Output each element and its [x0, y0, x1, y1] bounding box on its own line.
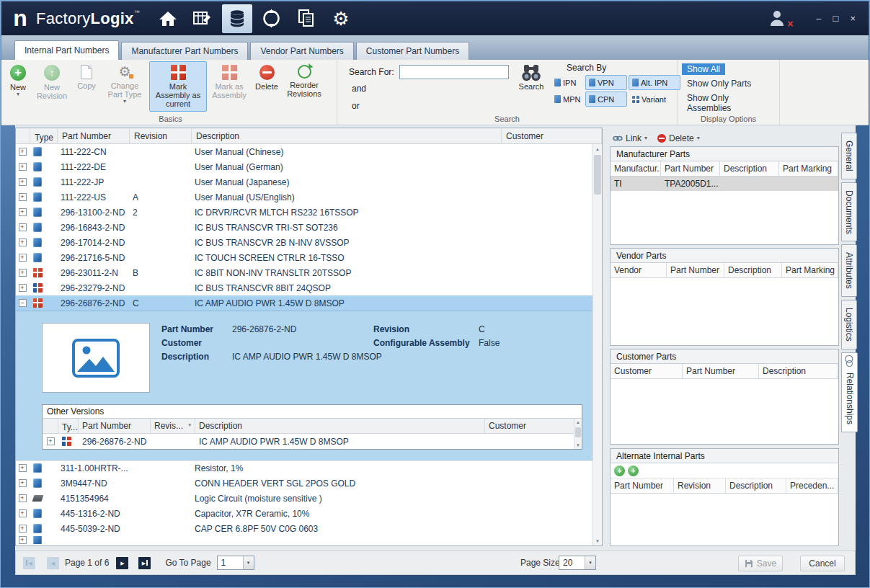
column-header-description[interactable]: Description [759, 364, 838, 378]
scrollbar-thumb[interactable] [575, 427, 581, 437]
user-status-icon[interactable]: × [768, 9, 790, 28]
expand-row-icon[interactable]: + [19, 239, 27, 246]
delete-link-button[interactable]: Delete ▾ [657, 133, 700, 143]
column-header-part-number[interactable]: Part Number [661, 161, 720, 176]
minimize-button[interactable]: – [816, 14, 821, 24]
filter-vpn-button[interactable]: VPN [585, 75, 627, 90]
column-header-vendor[interactable]: Vendor [611, 263, 667, 277]
table-row[interactable]: + [16, 536, 594, 544]
expand-row-icon[interactable]: + [19, 509, 27, 517]
side-tab-relationships[interactable]: Relationships [841, 352, 858, 432]
home-icon[interactable] [153, 4, 183, 33]
column-header-description[interactable]: Description [720, 161, 779, 176]
parts-database-icon[interactable] [222, 4, 252, 33]
search-button[interactable]: Search [515, 63, 548, 91]
dispatch-icon[interactable] [257, 4, 287, 33]
expand-row-icon[interactable]: + [19, 284, 27, 292]
first-page-button[interactable]: ◀ [23, 557, 35, 569]
table-row[interactable]: +296-21716-5-NDIC TOUCH SCREEN CTRLR 16-… [16, 250, 594, 265]
tab-vendor-part-numbers[interactable]: Vendor Part Numbers [250, 42, 353, 60]
search-input[interactable] [399, 65, 509, 79]
vertical-scrollbar[interactable]: ▲ ▼ [592, 144, 602, 545]
page-size-select[interactable]: 20 ▾ [559, 556, 596, 570]
filter-ipn-button[interactable]: IPN [551, 75, 584, 90]
scrollbar-thumb[interactable] [594, 155, 601, 195]
column-header-part-number[interactable]: Part Number [58, 128, 130, 143]
table-row[interactable]: +4151354964Logic Circuit (moisture sensi… [16, 491, 594, 506]
new-revision-button[interactable]: New Revision [32, 61, 71, 112]
planning-grid-icon[interactable] [187, 4, 218, 33]
column-header-description[interactable]: Description [724, 263, 782, 277]
column-header-part-number[interactable]: Part Number [667, 263, 724, 277]
table-row[interactable]: +296-13100-2-ND2IC DRVR/RCVR MLTCH RS232… [16, 205, 594, 220]
delete-button[interactable]: Delete [252, 61, 282, 112]
new-button[interactable]: New ▾ [5, 61, 31, 112]
expand-row-icon[interactable]: + [19, 223, 27, 231]
side-tab-logistics[interactable]: Logistics [841, 300, 857, 349]
expand-row-icon[interactable]: + [19, 269, 27, 277]
column-header-part-marking[interactable]: Part Marking [779, 161, 838, 176]
column-header-description[interactable]: Description [195, 419, 485, 433]
maximize-button[interactable]: □ [833, 14, 839, 24]
table-row[interactable]: TITPA2005D1... [611, 177, 838, 191]
expand-row-icon[interactable]: + [19, 494, 27, 502]
table-row[interactable]: +296-17014-2-NDIC BUS TRANSCVR 2B N-INV … [16, 235, 594, 250]
filter-mpn-button[interactable]: MPN [551, 92, 584, 107]
add-alternate-part-button[interactable] [614, 466, 625, 476]
column-header-type[interactable]: Ty... [58, 419, 79, 433]
scroll-down-icon[interactable]: ▼ [593, 536, 602, 545]
table-row[interactable]: +111-222-DEUser Manual (German) [16, 159, 594, 174]
expand-row-icon[interactable]: + [19, 178, 27, 186]
change-part-type-button[interactable]: Change Part Type ▾ [102, 61, 148, 112]
mark-assembly-current-button[interactable]: Mark Assembly as current [149, 61, 207, 112]
table-row[interactable]: +445-1316-2-NDCapacitor, X7R Ceramic, 10… [16, 506, 594, 521]
tab-manufacturer-part-numbers[interactable]: Manufacturer Part Numbers [121, 42, 248, 60]
cancel-button[interactable]: Cancel [800, 556, 845, 571]
go-to-page-select[interactable]: 1 ▾ [217, 556, 254, 570]
show-only-assemblies-option[interactable]: Show Only Assemblies [682, 92, 779, 114]
next-page-button[interactable]: ▶ [116, 557, 128, 569]
side-tab-documents[interactable]: Documents [841, 182, 857, 242]
expand-row-icon[interactable]: + [19, 254, 27, 262]
reorder-revisions-button[interactable]: Reorder Revisions [283, 61, 325, 112]
show-only-parts-option[interactable]: Show Only Parts [682, 78, 756, 89]
tab-internal-part-numbers[interactable]: Internal Part Numbers [14, 40, 119, 60]
table-row[interactable]: +111-222-CNUser Manual (Chinese) [16, 144, 594, 159]
expand-row-icon[interactable]: + [19, 479, 27, 487]
expand-row-icon[interactable]: + [19, 148, 27, 156]
table-row[interactable]: +445-5039-2-NDCAP CER 6.8PF 50V C0G 0603 [16, 521, 594, 536]
table-row[interactable]: +296-26876-2-NDIC AMP AUDIO PWR 1.45W D … [43, 434, 582, 449]
column-header-revision[interactable]: Revision [130, 128, 192, 143]
column-header-manufactur[interactable]: Manufactur... [611, 161, 661, 176]
column-header-revision[interactable]: Revis...▾ [151, 419, 195, 433]
previous-page-button[interactable]: ◀ [47, 557, 59, 569]
column-header-customer[interactable]: Customer [611, 364, 683, 378]
expand-row-icon[interactable]: + [19, 193, 27, 201]
column-header-part-number[interactable]: Part Number [611, 478, 674, 493]
column-header-customer[interactable]: Customer [485, 419, 582, 433]
filter-variant-button[interactable]: Variant [629, 92, 680, 107]
table-row[interactable]: −296-26876-2-NDCIC AMP AUDIO PWR 1.45W D… [16, 295, 594, 311]
vertical-scrollbar[interactable]: ▲ ▼ [574, 419, 582, 449]
close-button[interactable]: × [850, 14, 856, 24]
tab-customer-part-numbers[interactable]: Customer Part Numbers [356, 42, 469, 60]
column-header-type[interactable]: Type [30, 128, 58, 143]
column-header-description[interactable]: Description [192, 128, 502, 143]
scroll-up-icon[interactable]: ▲ [593, 144, 602, 153]
column-header-part-number[interactable]: Part Number [683, 364, 759, 378]
mark-as-assembly-button[interactable]: Mark as Assembly [208, 61, 250, 112]
copy-button[interactable]: Copy [73, 61, 100, 112]
filter-alt-ipn-button[interactable]: Alt. IPN [629, 75, 680, 90]
add-alternate-assembly-button[interactable] [628, 466, 639, 476]
scroll-down-icon[interactable]: ▼ [574, 442, 582, 449]
chevron-down-icon[interactable]: ▾ [585, 556, 595, 569]
filter-cpn-button[interactable]: CPN [585, 92, 627, 107]
link-button[interactable]: Link ▾ [613, 133, 647, 143]
expand-row-icon[interactable]: + [47, 437, 55, 445]
last-page-button[interactable]: ▶ [138, 557, 151, 569]
expand-row-icon[interactable]: + [19, 208, 27, 216]
table-row[interactable]: +296-23011-2-NBIC 8BIT NON-INV TRANSLTR … [16, 265, 594, 280]
column-header-preceden[interactable]: Preceden...▲ [786, 478, 838, 493]
table-row[interactable]: +311-1.00HRTR-...Resistor, 1% [16, 460, 594, 476]
side-tab-attributes[interactable]: Attributes [841, 244, 857, 297]
